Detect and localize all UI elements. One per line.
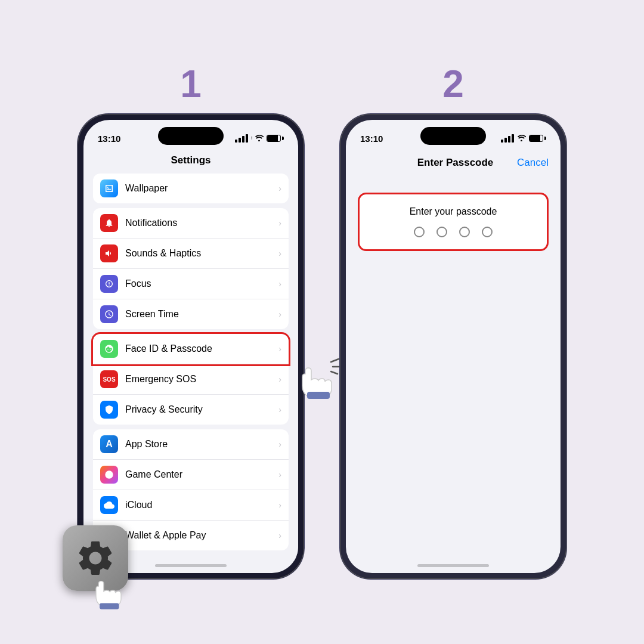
step-1: 1 13:10 ᵎ (78, 65, 304, 579)
status-icons-1: ᵎ (235, 134, 284, 143)
phone-1: 13:10 ᵎ (78, 114, 304, 579)
passcode-dots (414, 227, 493, 237)
icloud-icon (100, 496, 118, 514)
privacy-icon (100, 401, 118, 419)
wallet-label: Wallet & Apple Pay (125, 530, 278, 541)
appstore-label: App Store (125, 439, 278, 450)
sos-icon: SOS (100, 370, 118, 388)
focus-icon (100, 275, 118, 293)
signal-icon-1 (235, 134, 248, 143)
gamecenter-label: Game Center (125, 469, 278, 480)
screentime-label: Screen Time (125, 309, 278, 320)
settings-row-sounds[interactable]: Sounds & Haptics › (93, 239, 289, 269)
wallpaper-chevron: › (278, 184, 281, 193)
step-2-number: 2 (442, 65, 464, 103)
passcode-dot-1 (414, 227, 425, 237)
passcode-header: Enter Passcode Cancel (346, 151, 561, 175)
phone-1-screen: 13:10 ᵎ (83, 120, 298, 573)
passcode-dot-2 (436, 227, 447, 237)
wifi-icon-1: ᵎ (251, 134, 264, 143)
settings-row-icloud[interactable]: iCloud › (93, 490, 289, 521)
passcode-title: Enter Passcode (417, 157, 494, 169)
step-2: 2 13:10 (340, 65, 566, 579)
settings-list: Wallpaper › Notifications › (83, 174, 298, 561)
settings-row-faceid[interactable]: Face ID & Passcode › (93, 334, 289, 364)
wallpaper-icon (100, 179, 118, 197)
gear-app-icon (63, 525, 128, 591)
svg-line-1 (331, 359, 339, 362)
signal-icon-2 (501, 134, 514, 143)
wifi-icon-2 (517, 133, 526, 144)
passcode-box: Enter your passcode (358, 193, 549, 251)
battery-icon-2 (529, 135, 546, 142)
home-indicator-1 (155, 564, 227, 567)
sounds-icon (100, 244, 118, 262)
privacy-label: Privacy & Security (125, 404, 278, 415)
screentime-icon (100, 305, 118, 323)
settings-row-sos[interactable]: SOS Emergency SOS › (93, 364, 289, 395)
settings-row-privacy[interactable]: Privacy & Security › (93, 395, 289, 425)
cursor-hand-1 (298, 356, 340, 406)
settings-row-wallpaper[interactable]: Wallpaper › (93, 174, 289, 203)
status-icons-2 (501, 133, 546, 144)
sounds-label: Sounds & Haptics (125, 248, 278, 259)
notifications-icon (100, 214, 118, 232)
battery-icon-1 (267, 135, 284, 142)
settings-group-2: Notifications › Sounds & Haptics › (93, 208, 289, 329)
step-1-number: 1 (180, 65, 202, 103)
svg-point-0 (105, 470, 113, 478)
settings-group-3: Face ID & Passcode › SOS Emergency SOS › (93, 334, 289, 425)
wallpaper-label: Wallpaper (125, 183, 278, 194)
time-2: 13:10 (360, 134, 383, 144)
faceid-label: Face ID & Passcode (125, 343, 278, 354)
notifications-label: Notifications (125, 218, 278, 228)
phone-2: 13:10 (340, 114, 566, 579)
settings-row-notifications[interactable]: Notifications › (93, 208, 289, 239)
dynamic-island-2 (420, 127, 486, 145)
settings-title: Settings (83, 151, 298, 174)
icloud-label: iCloud (125, 500, 278, 510)
settings-row-screentime[interactable]: Screen Time › (93, 299, 289, 329)
faceid-icon (100, 340, 118, 358)
settings-row-gamecenter[interactable]: Game Center › (93, 460, 289, 490)
focus-label: Focus (125, 278, 278, 289)
dynamic-island-1 (158, 127, 224, 145)
svg-rect-5 (100, 603, 119, 609)
settings-group-1: Wallpaper › (93, 174, 289, 203)
appstore-icon: A (100, 435, 118, 453)
sos-label: Emergency SOS (125, 374, 278, 385)
passcode-dot-3 (459, 227, 470, 237)
passcode-prompt: Enter your passcode (410, 206, 497, 217)
time-1: 13:10 (98, 134, 120, 144)
main-container: 1 13:10 ᵎ (0, 41, 644, 603)
phone-2-screen: 13:10 (346, 120, 561, 573)
svg-rect-4 (307, 392, 330, 399)
cursor-hand-gear (92, 572, 128, 618)
passcode-cancel-button[interactable]: Cancel (517, 157, 549, 169)
home-indicator-2 (417, 564, 489, 567)
svg-line-3 (331, 371, 338, 374)
gamecenter-icon (100, 466, 118, 484)
settings-row-focus[interactable]: Focus › (93, 269, 289, 299)
settings-row-appstore[interactable]: A App Store › (93, 429, 289, 460)
passcode-dot-4 (482, 227, 493, 237)
